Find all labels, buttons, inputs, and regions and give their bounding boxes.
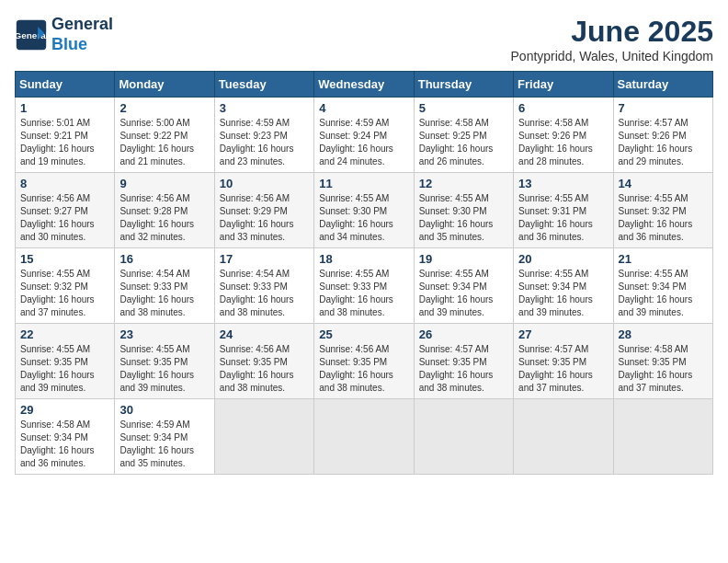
day-number: 23 bbox=[119, 327, 209, 341]
cell-content: Sunrise: 4:59 AMSunset: 9:34 PMDaylight:… bbox=[119, 419, 194, 468]
title-area: June 2025 Pontypridd, Wales, United King… bbox=[511, 15, 713, 63]
calendar-cell: 15 Sunrise: 4:55 AMSunset: 9:32 PMDaylig… bbox=[16, 248, 115, 324]
day-number: 5 bbox=[419, 101, 508, 115]
logo: General General Blue bbox=[15, 15, 113, 54]
day-header-thursday: Thursday bbox=[414, 72, 513, 98]
calendar-week-2: 8 Sunrise: 4:56 AMSunset: 9:27 PMDayligh… bbox=[16, 173, 713, 248]
calendar-cell: 13 Sunrise: 4:55 AMSunset: 9:31 PMDaylig… bbox=[514, 173, 613, 248]
cell-content: Sunrise: 4:55 AMSunset: 9:31 PMDaylight:… bbox=[518, 193, 593, 242]
cell-content: Sunrise: 4:55 AMSunset: 9:34 PMDaylight:… bbox=[619, 269, 693, 317]
day-number: 29 bbox=[20, 403, 109, 417]
day-number: 6 bbox=[518, 101, 608, 115]
page-header: General General Blue June 2025 Pontyprid… bbox=[15, 15, 713, 63]
day-number: 15 bbox=[20, 252, 109, 266]
day-number: 7 bbox=[619, 101, 708, 115]
logo-icon: General bbox=[15, 18, 48, 52]
calendar-cell: 19 Sunrise: 4:55 AMSunset: 9:34 PMDaylig… bbox=[414, 248, 513, 324]
cell-content: Sunrise: 4:54 AMSunset: 9:33 PMDaylight:… bbox=[119, 269, 194, 317]
month-title: June 2025 bbox=[511, 15, 713, 49]
day-number: 8 bbox=[20, 177, 109, 190]
calendar-week-3: 15 Sunrise: 4:55 AMSunset: 9:32 PMDaylig… bbox=[16, 248, 713, 324]
cell-content: Sunrise: 5:01 AMSunset: 9:21 PMDaylight:… bbox=[20, 118, 95, 167]
day-number: 21 bbox=[619, 252, 708, 266]
calendar-cell bbox=[514, 399, 613, 475]
cell-content: Sunrise: 4:55 AMSunset: 9:35 PMDaylight:… bbox=[20, 344, 95, 393]
calendar-cell: 12 Sunrise: 4:55 AMSunset: 9:30 PMDaylig… bbox=[414, 173, 513, 248]
day-number: 19 bbox=[419, 252, 508, 266]
calendar-cell bbox=[414, 399, 513, 475]
calendar-cell: 16 Sunrise: 4:54 AMSunset: 9:33 PMDaylig… bbox=[115, 248, 214, 324]
calendar-cell: 7 Sunrise: 4:57 AMSunset: 9:26 PMDayligh… bbox=[613, 98, 712, 173]
cell-content: Sunrise: 4:55 AMSunset: 9:35 PMDaylight:… bbox=[119, 344, 194, 393]
cell-content: Sunrise: 4:58 AMSunset: 9:25 PMDaylight:… bbox=[419, 118, 494, 167]
calendar-cell: 14 Sunrise: 4:55 AMSunset: 9:32 PMDaylig… bbox=[613, 173, 712, 248]
calendar-cell: 22 Sunrise: 4:55 AMSunset: 9:35 PMDaylig… bbox=[16, 324, 115, 399]
cell-content: Sunrise: 4:56 AMSunset: 9:35 PMDaylight:… bbox=[319, 344, 393, 393]
day-header-saturday: Saturday bbox=[613, 72, 712, 98]
cell-content: Sunrise: 4:55 AMSunset: 9:30 PMDaylight:… bbox=[319, 193, 393, 242]
calendar-week-1: 1 Sunrise: 5:01 AMSunset: 9:21 PMDayligh… bbox=[16, 98, 713, 173]
calendar-header-row: SundayMondayTuesdayWednesdayThursdayFrid… bbox=[16, 72, 713, 98]
calendar-cell: 10 Sunrise: 4:56 AMSunset: 9:29 PMDaylig… bbox=[214, 173, 313, 248]
calendar-cell: 23 Sunrise: 4:55 AMSunset: 9:35 PMDaylig… bbox=[115, 324, 214, 399]
day-header-sunday: Sunday bbox=[16, 72, 115, 98]
calendar-cell: 6 Sunrise: 4:58 AMSunset: 9:26 PMDayligh… bbox=[514, 98, 613, 173]
calendar-cell: 17 Sunrise: 4:54 AMSunset: 9:33 PMDaylig… bbox=[214, 248, 313, 324]
cell-content: Sunrise: 4:56 AMSunset: 9:35 PMDaylight:… bbox=[220, 344, 294, 393]
day-number: 16 bbox=[119, 252, 209, 266]
location-title: Pontypridd, Wales, United Kingdom bbox=[511, 49, 713, 63]
calendar-week-5: 29 Sunrise: 4:58 AMSunset: 9:34 PMDaylig… bbox=[16, 399, 713, 475]
cell-content: Sunrise: 4:58 AMSunset: 9:26 PMDaylight:… bbox=[518, 118, 593, 167]
calendar-cell: 1 Sunrise: 5:01 AMSunset: 9:21 PMDayligh… bbox=[16, 98, 115, 173]
day-number: 17 bbox=[220, 252, 309, 266]
day-number: 2 bbox=[119, 101, 209, 115]
cell-content: Sunrise: 4:55 AMSunset: 9:34 PMDaylight:… bbox=[419, 269, 494, 317]
day-number: 22 bbox=[20, 327, 109, 341]
calendar-cell: 29 Sunrise: 4:58 AMSunset: 9:34 PMDaylig… bbox=[16, 399, 115, 475]
calendar-cell: 24 Sunrise: 4:56 AMSunset: 9:35 PMDaylig… bbox=[214, 324, 313, 399]
cell-content: Sunrise: 4:55 AMSunset: 9:32 PMDaylight:… bbox=[619, 193, 693, 242]
day-number: 20 bbox=[518, 252, 608, 266]
calendar-cell: 18 Sunrise: 4:55 AMSunset: 9:33 PMDaylig… bbox=[314, 248, 414, 324]
day-header-friday: Friday bbox=[514, 72, 613, 98]
day-number: 18 bbox=[319, 252, 408, 266]
day-number: 4 bbox=[319, 101, 408, 115]
cell-content: Sunrise: 4:58 AMSunset: 9:34 PMDaylight:… bbox=[20, 419, 95, 468]
day-number: 24 bbox=[220, 327, 309, 341]
day-number: 28 bbox=[619, 327, 708, 341]
day-number: 3 bbox=[220, 101, 309, 115]
day-number: 14 bbox=[619, 177, 708, 190]
calendar-cell: 28 Sunrise: 4:58 AMSunset: 9:35 PMDaylig… bbox=[613, 324, 712, 399]
cell-content: Sunrise: 4:57 AMSunset: 9:35 PMDaylight:… bbox=[419, 344, 494, 393]
svg-text:General: General bbox=[15, 29, 48, 40]
day-number: 25 bbox=[319, 327, 408, 341]
calendar-cell: 3 Sunrise: 4:59 AMSunset: 9:23 PMDayligh… bbox=[214, 98, 313, 173]
calendar-cell: 11 Sunrise: 4:55 AMSunset: 9:30 PMDaylig… bbox=[314, 173, 414, 248]
calendar-week-4: 22 Sunrise: 4:55 AMSunset: 9:35 PMDaylig… bbox=[16, 324, 713, 399]
day-number: 12 bbox=[419, 177, 508, 190]
day-header-tuesday: Tuesday bbox=[214, 72, 313, 98]
calendar-cell: 27 Sunrise: 4:57 AMSunset: 9:35 PMDaylig… bbox=[514, 324, 613, 399]
day-number: 27 bbox=[518, 327, 608, 341]
day-number: 26 bbox=[419, 327, 508, 341]
day-number: 10 bbox=[220, 177, 309, 190]
cell-content: Sunrise: 4:55 AMSunset: 9:34 PMDaylight:… bbox=[518, 269, 593, 317]
calendar-cell: 20 Sunrise: 4:55 AMSunset: 9:34 PMDaylig… bbox=[514, 248, 613, 324]
cell-content: Sunrise: 4:56 AMSunset: 9:29 PMDaylight:… bbox=[220, 193, 294, 242]
day-header-monday: Monday bbox=[115, 72, 214, 98]
day-number: 1 bbox=[20, 101, 109, 115]
logo-text-line1: General bbox=[51, 15, 113, 35]
cell-content: Sunrise: 4:57 AMSunset: 9:35 PMDaylight:… bbox=[518, 344, 593, 393]
cell-content: Sunrise: 4:54 AMSunset: 9:33 PMDaylight:… bbox=[220, 269, 294, 317]
cell-content: Sunrise: 4:59 AMSunset: 9:23 PMDaylight:… bbox=[220, 118, 294, 167]
cell-content: Sunrise: 4:55 AMSunset: 9:30 PMDaylight:… bbox=[419, 193, 494, 242]
calendar-cell: 26 Sunrise: 4:57 AMSunset: 9:35 PMDaylig… bbox=[414, 324, 513, 399]
calendar-cell: 9 Sunrise: 4:56 AMSunset: 9:28 PMDayligh… bbox=[115, 173, 214, 248]
calendar-cell: 8 Sunrise: 4:56 AMSunset: 9:27 PMDayligh… bbox=[16, 173, 115, 248]
calendar-cell: 21 Sunrise: 4:55 AMSunset: 9:34 PMDaylig… bbox=[613, 248, 712, 324]
cell-content: Sunrise: 4:55 AMSunset: 9:32 PMDaylight:… bbox=[20, 269, 95, 317]
cell-content: Sunrise: 4:57 AMSunset: 9:26 PMDaylight:… bbox=[619, 118, 693, 167]
calendar-table: SundayMondayTuesdayWednesdayThursdayFrid… bbox=[15, 71, 713, 475]
cell-content: Sunrise: 4:56 AMSunset: 9:28 PMDaylight:… bbox=[119, 193, 194, 242]
calendar-cell: 4 Sunrise: 4:59 AMSunset: 9:24 PMDayligh… bbox=[314, 98, 414, 173]
